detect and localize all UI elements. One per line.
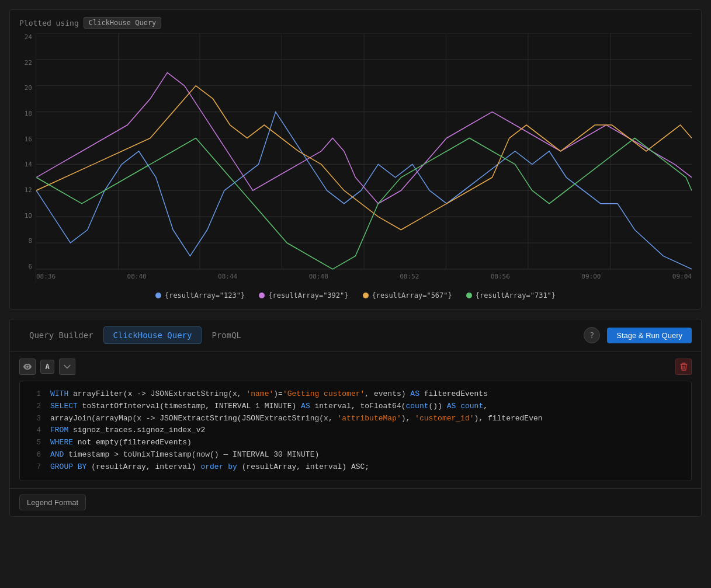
help-button[interactable]: ? [584, 327, 600, 343]
legend-format-bar: Legend Format [10, 488, 701, 516]
legend-item: {resultArray="392"} [259, 291, 348, 300]
visibility-toggle[interactable] [19, 359, 36, 375]
chart-badge[interactable]: ClickHouse Query [84, 17, 162, 29]
legend-dot [155, 293, 161, 298]
x-axis-label: 08:40 [127, 273, 147, 280]
code-line-3: 3 arrayJoin(arrayMap(x -> JSONExtractStr… [20, 413, 691, 425]
code-editor[interactable]: 1 WITH arrayFilter(x -> JSONExtractStrin… [19, 381, 692, 481]
y-axis-label: 10 [19, 212, 32, 220]
chart-legend: {resultArray="123"}{resultArray="392"}{r… [19, 291, 692, 300]
chart-panel: Plotted using ClickHouse Query 681012141… [9, 9, 702, 309]
code-line-7: 7 GROUP BY (resultArray, interval) order… [20, 461, 691, 474]
legend-dot [259, 293, 265, 298]
y-axis-label: 6 [19, 263, 32, 270]
x-axis-label: 08:36 [36, 273, 56, 280]
chart-header: Plotted using ClickHouse Query [19, 17, 692, 29]
tab-query-builder[interactable]: Query Builder [19, 326, 103, 344]
plotted-using-label: Plotted using [19, 19, 79, 27]
code-line-1: 1 WITH arrayFilter(x -> JSONExtractStrin… [20, 388, 691, 401]
legend-label: {resultArray="731"} [476, 291, 556, 300]
x-axis-label: 09:00 [581, 273, 601, 280]
legend-item: {resultArray="123"} [155, 291, 245, 300]
query-tabs: Query Builder ClickHouse Query PromQL ? … [10, 319, 701, 352]
query-editor-area: A 1 WITH arrayFilter(x -> JSONExtractStr… [10, 352, 701, 488]
editor-toolbar: A [19, 359, 692, 375]
query-panel: Query Builder ClickHouse Query PromQL ? … [9, 319, 702, 517]
x-axis-label: 08:56 [491, 273, 510, 280]
x-axis-label: 09:04 [672, 273, 692, 280]
x-axis-label: 08:48 [309, 273, 328, 280]
code-line-6: 6 AND timestamp > toUnixTimestamp(now() … [20, 449, 691, 461]
chart-area: 681012141618202224 [19, 33, 692, 284]
y-axis-label: 22 [19, 59, 32, 67]
y-axis-label: 24 [19, 33, 32, 41]
delete-button[interactable] [675, 359, 692, 375]
legend-label: {resultArray="392"} [268, 291, 348, 300]
y-axis-label: 16 [19, 135, 32, 143]
editor-label: A [40, 360, 54, 374]
x-axis-label: 08:44 [218, 273, 237, 280]
legend-dot [466, 293, 472, 298]
y-axis-label: 18 [19, 110, 32, 117]
y-axis: 681012141618202224 [19, 33, 36, 284]
tab-clickhouse-query[interactable]: ClickHouse Query [103, 326, 202, 344]
x-axis-label: 08:52 [400, 273, 419, 280]
y-axis-label: 8 [19, 237, 32, 245]
code-line-2: 2 SELECT toStartOfInterval(timestamp, IN… [20, 401, 691, 413]
code-line-4: 4 FROM signoz_traces.signoz_index_v2 [20, 425, 691, 437]
x-axis: 08:3608:4008:4408:4808:5208:5609:0009:04 [36, 270, 692, 280]
legend-item: {resultArray="567"} [363, 291, 452, 300]
legend-format-button[interactable]: Legend Format [19, 495, 86, 510]
legend-label: {resultArray="123"} [165, 291, 245, 300]
collapse-button[interactable] [59, 359, 75, 375]
tab-promql[interactable]: PromQL [202, 326, 251, 344]
legend-dot [363, 293, 369, 298]
chart-svg [36, 33, 692, 270]
legend-item: {resultArray="731"} [466, 291, 556, 300]
y-axis-label: 14 [19, 161, 32, 168]
chart-inner: 08:3608:4008:4408:4808:5208:5609:0009:04 [36, 33, 692, 284]
y-axis-label: 20 [19, 84, 32, 92]
y-axis-label: 12 [19, 186, 32, 194]
stage-run-button[interactable]: Stage & Run Query [607, 328, 692, 343]
legend-label: {resultArray="567"} [372, 291, 452, 300]
code-line-5: 5 WHERE not empty(filteredEvents) [20, 437, 691, 449]
